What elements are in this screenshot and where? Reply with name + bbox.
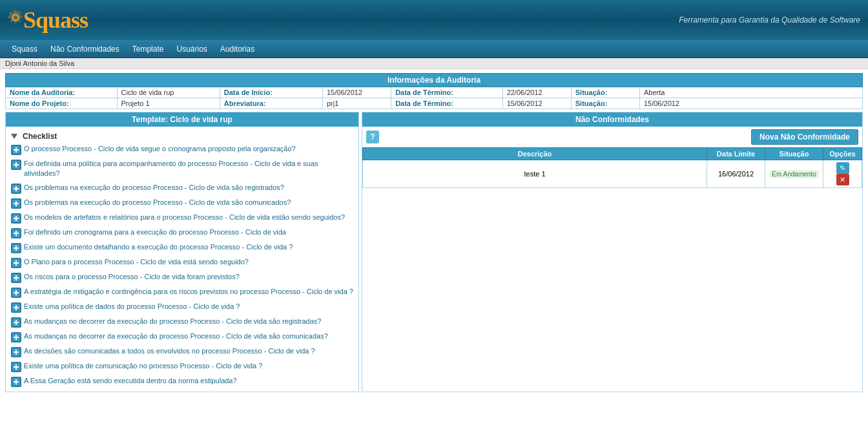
template-panel: Template: Ciclo de vida rup Checklist O … — [5, 112, 359, 392]
checklist-item-icon — [11, 213, 21, 224]
checklist-item[interactable]: Os modelos de artefatos e relatórios par… — [11, 211, 353, 226]
checklist-item-text: Os modelos de artefatos e relatórios par… — [24, 213, 345, 222]
checklist-item-icon — [11, 302, 21, 313]
checklist-item[interactable]: Existe uma política de dados do processo… — [11, 300, 353, 315]
checklist-item-text: As decisões são comunicadas a todos os e… — [24, 346, 315, 356]
checklist-item-icon — [11, 198, 21, 209]
col-situacao: Situação — [765, 148, 823, 160]
checklist-item-text: A Essa Geração está sendo executida dent… — [24, 376, 237, 386]
main-content: Informações da Auditoria Nome da Auditor… — [0, 69, 868, 396]
two-col-layout: Template: Ciclo de vida rup Checklist O … — [5, 112, 863, 392]
col-opcoes: Opções — [823, 148, 862, 160]
checklist-item-icon — [11, 145, 21, 155]
checklist-title: Checklist — [11, 129, 353, 142]
situacao2-label: Situação: — [575, 100, 608, 107]
nav-template[interactable]: Template — [126, 42, 170, 56]
checklist-item[interactable]: As mudanças no decorrer da execução do p… — [11, 330, 353, 344]
triangle-icon — [11, 134, 17, 139]
checklist-container: Checklist O processo Processo - Ciclo de… — [6, 127, 358, 392]
delete-button[interactable]: ✕ — [836, 174, 849, 185]
checklist-items: O processo Processo - Ciclo de vida segu… — [11, 142, 353, 389]
nav-squass[interactable]: Squass — [5, 42, 44, 56]
checklist-item[interactable]: A Essa Geração está sendo executida dent… — [11, 374, 353, 389]
checklist-item-text: Os riscos para o processo Processo - Cic… — [24, 272, 240, 282]
nav-nao-conformidades[interactable]: Não Conformidades — [44, 42, 126, 56]
checklist-item-icon — [11, 377, 21, 387]
gear-icon — [6, 8, 25, 26]
data-inicio-value: 15/06/2012 — [327, 89, 362, 96]
header: Squass Ferramenta para Garantia da Quali… — [0, 0, 868, 40]
checklist-item[interactable]: Existe um documento detalhando a execuçã… — [11, 240, 353, 255]
checklist-item[interactable]: As mudanças no decorrer da execução do p… — [11, 315, 353, 330]
nc-header: Não Conformidades — [362, 112, 862, 127]
data-termino2-label: Data de Término: — [395, 100, 453, 107]
data-termino-value: 22/06/2012 — [507, 89, 542, 96]
checklist-item-icon — [11, 228, 21, 238]
abreviatura-label: Abreviatura: — [224, 100, 266, 107]
checklist-item-text: O Plano para o processo Processo - Ciclo… — [24, 257, 249, 267]
checklist-item-icon — [11, 160, 21, 170]
nc-table: Descrição Data Limite Situação Opções te… — [362, 147, 862, 188]
situacao-label: Situação: — [575, 89, 608, 96]
template-header: Template: Ciclo de vida rup — [6, 112, 358, 127]
checklist-item-text: As mudanças no decorrer da execução do p… — [24, 332, 328, 341]
checklist-item-icon — [11, 243, 21, 253]
checklist-item-text: Foi definido um cronograma para a execuç… — [24, 227, 286, 237]
checklist-item-text: Foi definida uma política para acompanha… — [24, 159, 353, 179]
new-nc-button[interactable]: Nova Não Conformidade — [751, 129, 858, 145]
logo: Squass — [8, 6, 88, 34]
nc-descricao: teste 1 — [363, 160, 707, 188]
col-data-limite: Data Limite — [707, 148, 765, 160]
data-termino2-value: 15/06/2012 — [507, 100, 542, 107]
abreviatura-value: prj1 — [327, 100, 338, 107]
data-inicio-label: Data de Início: — [224, 89, 273, 96]
checklist-item[interactable]: Foi definida uma política para acompanha… — [11, 157, 353, 181]
checklist-item[interactable]: A estratégia de mitigação e contingência… — [11, 285, 353, 300]
checklist-item[interactable]: O processo Processo - Ciclo de vida segu… — [11, 142, 353, 157]
checklist-item-icon — [11, 273, 21, 283]
checklist-item-text: O processo Processo - Ciclo de vida segu… — [24, 144, 296, 154]
nc-situacao: Em Andamento — [765, 160, 823, 188]
checklist-item[interactable]: Foi definido um cronograma para a execuç… — [11, 226, 353, 240]
checklist-item-icon — [11, 317, 21, 328]
username: Djoni Antonio da Silva — [5, 59, 74, 67]
checklist-item[interactable]: Existe uma política de comunicação no pr… — [11, 359, 353, 374]
checklist-item-icon — [11, 347, 21, 357]
situacao2-value: 15/06/2012 — [644, 100, 679, 107]
checklist-item[interactable]: O Plano para o processo Processo - Ciclo… — [11, 255, 353, 270]
checklist-item[interactable]: Os riscos para o processo Processo - Cic… — [11, 270, 353, 285]
checklist-item[interactable]: As decisões são comunicadas a todos os e… — [11, 344, 353, 359]
navbar: Squass Não Conformidades Template Usuári… — [0, 40, 868, 58]
logo-text: Squass — [23, 6, 88, 34]
checklist-item-text: As mudanças no decorrer da execução do p… — [24, 317, 321, 326]
help-button[interactable]: ? — [366, 131, 379, 143]
nc-table-body: teste 1 16/06/2012 Em Andamento ✎ ✕ — [363, 160, 862, 188]
nav-usuarios[interactable]: Usuários — [170, 42, 213, 56]
col-descricao: Descrição — [363, 148, 707, 160]
checklist-item-text: Existe um documento detalhando a execuçã… — [24, 242, 293, 252]
checklist-item[interactable]: Os problemas na execução do processo Pro… — [11, 196, 353, 211]
logo-s: S — [23, 7, 36, 33]
checklist-item-icon — [11, 258, 21, 268]
checklist-item-icon — [11, 184, 21, 194]
nav-auditorias[interactable]: Auditorias — [214, 42, 261, 56]
checklist-item-text: Existe uma política de dados do processo… — [24, 302, 240, 311]
data-termino-label: Data de Término: — [395, 89, 453, 96]
checklist-item-text: Os problemas na execução do processo Pro… — [24, 198, 291, 207]
status-badge: Em Andamento — [769, 170, 818, 178]
tagline: Ferramenta para Garantia da Qualidade de… — [679, 16, 860, 25]
table-row: teste 1 16/06/2012 Em Andamento ✎ ✕ — [363, 160, 862, 188]
situacao-value: Aberta — [644, 89, 665, 96]
nome-auditoria-value: Ciclo de vida rup — [121, 89, 174, 96]
edit-button[interactable]: ✎ — [836, 162, 849, 174]
nome-auditoria-label: Nome da Auditoria: — [10, 89, 75, 96]
nome-projeto-label: Nome do Projeto: — [10, 100, 69, 107]
nc-panel: Não Conformidades ? Nova Não Conformidad… — [362, 112, 863, 392]
checklist-item[interactable]: Os problemas na execução do processo Pro… — [11, 181, 353, 196]
nc-opcoes: ✎ ✕ — [823, 160, 862, 188]
checklist-item-text: Existe uma política de comunicação no pr… — [24, 361, 262, 371]
checklist-item-icon — [11, 332, 21, 342]
checklist-item-icon — [11, 362, 21, 372]
audit-info-table: Informações da Auditoria Nome da Auditor… — [5, 73, 863, 109]
nc-toolbar: ? Nova Não Conformidade — [362, 127, 862, 147]
